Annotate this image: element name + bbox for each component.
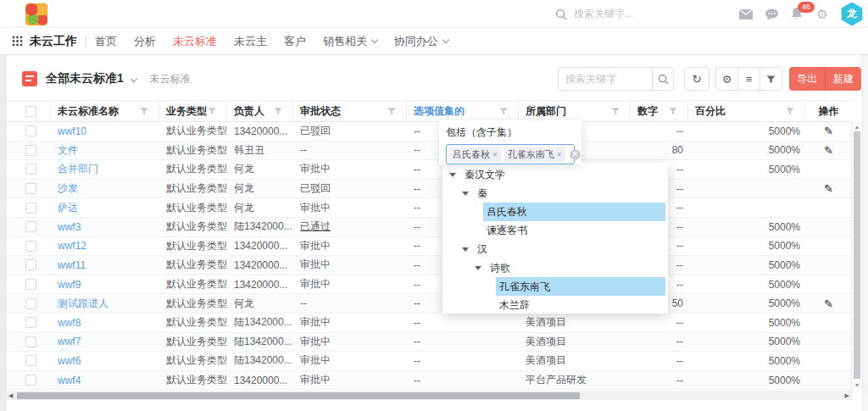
mail-icon[interactable] (733, 9, 759, 19)
record-link[interactable]: wwf10 (58, 125, 86, 137)
header-cell-1: 业务类型 (159, 101, 227, 121)
row-checkbox[interactable] (25, 241, 36, 252)
refresh-button[interactable]: ↻ (684, 67, 709, 91)
row-checkbox[interactable] (25, 125, 36, 136)
record-link[interactable]: 测试跟进人 (58, 297, 108, 311)
clear-icon[interactable]: ✕ (570, 149, 581, 160)
filter-icon[interactable] (274, 107, 282, 115)
scroll-left-arrow[interactable]: ◀ (8, 391, 13, 400)
row-checkbox[interactable] (25, 203, 36, 214)
nav-item-3[interactable]: 未云主 (234, 34, 267, 49)
nav-item-2[interactable]: 未云标准 (173, 34, 217, 49)
filter-icon[interactable] (499, 107, 508, 115)
record-link[interactable]: wwf11 (58, 259, 86, 271)
tree-item-3[interactable]: 谏逐客书 (442, 221, 668, 240)
app-logo[interactable] (25, 3, 47, 25)
expand-arrow-icon[interactable] (449, 173, 456, 177)
row-checkbox[interactable] (25, 145, 36, 156)
avatar[interactable]: 龙 (840, 3, 864, 26)
record-link[interactable]: wwf12 (58, 240, 86, 252)
record-link[interactable]: 合并部门 (58, 162, 98, 176)
nav-item-1[interactable]: 分析 (134, 34, 156, 49)
page-scrollbar[interactable] (862, 55, 868, 411)
row-checkbox[interactable] (25, 375, 36, 386)
record-link[interactable]: wwf4 (58, 375, 81, 386)
tree-item-1[interactable]: 秦 (442, 184, 668, 203)
header-cell-0: 未云标准名称 (51, 101, 159, 121)
scroll-up-arrow[interactable]: ▲ (852, 123, 862, 131)
tree-item-2[interactable]: 吕氏春秋 (442, 203, 668, 221)
select-all-checkbox[interactable] (25, 106, 36, 117)
global-search[interactable]: 搜索关键字... (555, 0, 633, 28)
filter-icon[interactable] (208, 107, 216, 115)
record-link[interactable]: 萨达 (58, 201, 78, 215)
row-checkbox[interactable] (25, 317, 36, 328)
record-link[interactable]: wwf6 (58, 355, 81, 367)
remove-tag-icon[interactable]: × (492, 150, 498, 159)
horizontal-scrollbar-thumb[interactable] (17, 392, 580, 399)
tree-item-6[interactable]: 孔雀东南飞 (442, 277, 668, 296)
cell-option-set: -- (407, 333, 519, 352)
row-checkbox[interactable] (25, 164, 36, 175)
row-checkbox[interactable] (25, 336, 36, 347)
export-button[interactable]: 导出 (789, 67, 825, 91)
record-link[interactable]: wwf7 (58, 336, 81, 347)
edit-icon[interactable]: ✎ (824, 145, 833, 156)
record-link[interactable]: wwf8 (58, 317, 81, 329)
row-checkbox[interactable] (25, 279, 36, 290)
columns-button[interactable]: ≡ (737, 67, 760, 91)
table-search-input[interactable] (558, 67, 653, 91)
remove-tag-icon[interactable]: × (557, 150, 562, 159)
tree-item-7[interactable]: 木兰辞 (442, 296, 668, 314)
app-launcher-icon[interactable] (12, 36, 23, 47)
nav-item-6[interactable]: 协同办公 (394, 34, 448, 49)
vertical-scrollbar[interactable]: ▲ ▼ (851, 122, 862, 391)
horizontal-scrollbar[interactable]: ◀ ▶ (7, 391, 852, 400)
view-title[interactable]: 全部未云标准1 (46, 71, 124, 86)
row-checkbox[interactable] (25, 259, 36, 270)
edit-icon[interactable]: ✎ (824, 183, 833, 194)
gear-icon[interactable]: ⚙ (810, 7, 835, 22)
filter-icon[interactable] (387, 107, 396, 115)
filter-icon[interactable] (669, 107, 677, 115)
edit-icon[interactable]: ✎ (824, 298, 833, 309)
expand-arrow-icon[interactable] (462, 247, 469, 252)
edit-icon[interactable]: ✎ (824, 125, 833, 136)
nav-item-5[interactable]: 销售相关 (323, 34, 377, 49)
row-checkbox[interactable] (25, 183, 36, 194)
row-checkbox[interactable] (25, 355, 36, 366)
search-icon (658, 74, 669, 85)
scroll-right-arrow[interactable]: ▶ (845, 391, 849, 400)
row-checkbox[interactable] (25, 221, 36, 232)
filter-tag-input[interactable]: 吕氏春秋×孔雀东南飞× ✕ (446, 144, 575, 164)
record-link[interactable]: wwf3 (58, 221, 81, 233)
chat-icon[interactable] (759, 8, 784, 20)
scroll-down-arrow[interactable]: ▼ (852, 381, 862, 390)
tree-item-4[interactable]: 汉 (442, 240, 668, 258)
cell-percent (688, 180, 805, 198)
nav-item-4[interactable]: 客户 (284, 34, 306, 49)
filter-button[interactable] (760, 67, 782, 91)
filter-icon[interactable] (611, 107, 620, 115)
create-button[interactable]: 新建 (825, 67, 861, 91)
expand-arrow-icon[interactable] (475, 266, 481, 270)
chevron-down-icon[interactable] (131, 75, 137, 81)
filter-icon[interactable] (140, 107, 148, 115)
bell-icon[interactable]: 46 (784, 8, 810, 20)
tree-item-5[interactable]: 诗歌 (442, 258, 668, 277)
table-search-button[interactable] (652, 67, 674, 91)
tree-item-0[interactable]: 秦汉文学 (442, 165, 668, 184)
column-label: 选项值集的 (414, 104, 465, 119)
nav-item-0[interactable]: 首页 (95, 34, 117, 49)
row-checkbox[interactable] (25, 298, 36, 309)
cell-number: 80 (631, 142, 688, 160)
filter-icon[interactable] (786, 107, 794, 115)
record-link[interactable]: wwf9 (58, 279, 81, 291)
record-link[interactable]: 沙发 (58, 181, 78, 196)
settings-button[interactable]: ⚙ (715, 67, 738, 91)
expand-arrow-icon[interactable] (462, 192, 469, 196)
cell-checkbox (7, 198, 51, 217)
global-search-placeholder: 搜索关键字... (574, 7, 633, 21)
record-link[interactable]: 文件 (58, 143, 78, 158)
vertical-scrollbar-thumb[interactable] (854, 131, 860, 379)
